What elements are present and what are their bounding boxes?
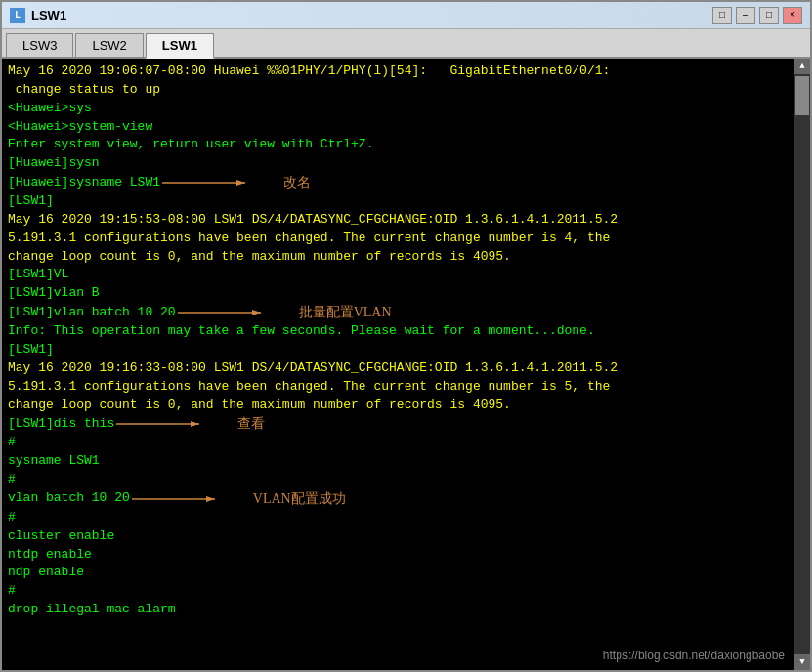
terminal-line: change status to up: [8, 81, 789, 100]
window-icon: L: [10, 8, 25, 23]
terminal-line: <Huawei>sys: [8, 100, 789, 118]
main-window: L LSW1 □ — □ × LSW3 LSW2 LSW1 May 16 202…: [0, 0, 812, 672]
terminal-line: May 16 2020 19:06:07-08:00 Huawei %%01PH…: [8, 63, 789, 81]
arrow-vlan-success: [132, 489, 249, 509]
watermark: https://blog.csdn.net/daxiongbaobe: [603, 649, 785, 662]
scroll-down-button[interactable]: ▼: [794, 654, 810, 670]
annotation-vlan-success: VLAN配置成功: [253, 490, 346, 508]
terminal-line: cluster enable: [8, 527, 789, 546]
annotation-vlan-batch: 批量配置VLAN: [299, 304, 392, 321]
terminal-line: [LSW1]VL: [8, 266, 789, 284]
scroll-thumb[interactable]: [795, 76, 809, 115]
minimize-button[interactable]: —: [736, 7, 755, 24]
arrow-dis-this: [116, 414, 234, 434]
terminal-line: change loop count is 0, and the maximum …: [8, 397, 789, 415]
terminal-line: [LSW1]: [8, 192, 789, 211]
terminal-line: #: [8, 471, 789, 489]
close-button[interactable]: ×: [783, 7, 802, 24]
terminal-line: ntdp enable: [8, 546, 789, 565]
tab-lsw1[interactable]: LSW1: [146, 33, 214, 59]
terminal-line-wrapper: [LSW1]dis this 查看: [8, 414, 789, 434]
terminal-line: vlan batch 10 20: [8, 489, 130, 508]
tab-lsw2[interactable]: LSW2: [75, 33, 143, 57]
terminal-line: #: [8, 434, 789, 452]
terminal-line: [Huawei]sysn: [8, 154, 789, 173]
tab-bar: LSW3 LSW2 LSW1: [2, 29, 810, 59]
annotation-rename: 改名: [283, 174, 311, 191]
terminal-line: sysname LSW1: [8, 452, 789, 471]
scrollbar: ▲ ▼: [794, 59, 810, 670]
terminal-line: 5.191.3.1 configurations have been chang…: [8, 378, 789, 397]
terminal-line: change loop count is 0, and the maximum …: [8, 248, 789, 267]
scroll-up-button[interactable]: ▲: [794, 59, 810, 74]
terminal-line: [LSW1]dis this: [8, 415, 114, 434]
window-title: LSW1: [31, 8, 712, 22]
terminal-line: ndp enable: [8, 564, 789, 582]
terminal-line: [LSW1]: [8, 341, 789, 359]
terminal-line: #: [8, 582, 789, 601]
arrow-rename: [162, 173, 279, 192]
terminal-line: 5.191.3.1 configurations have been chang…: [8, 230, 789, 248]
terminal-content[interactable]: May 16 2020 19:06:07-08:00 Huawei %%01PH…: [2, 59, 794, 670]
terminal-wrapper: May 16 2020 19:06:07-08:00 Huawei %%01PH…: [2, 59, 794, 670]
terminal-line: May 16 2020 19:16:33-08:00 LSW1 DS/4/DAT…: [8, 359, 789, 378]
terminal-line: #: [8, 509, 789, 527]
terminal-line-wrapper: [LSW1]vlan batch 10 20 批量配置VLAN: [8, 303, 789, 322]
terminal-line: Enter system view, return user view with…: [8, 136, 789, 154]
title-bar: L LSW1 □ — □ ×: [2, 2, 810, 29]
arrow-vlan-batch: [178, 303, 295, 322]
terminal-line-wrapper: vlan batch 10 20 VLAN配置成功: [8, 489, 789, 509]
tab-lsw3[interactable]: LSW3: [6, 33, 73, 57]
terminal-line: [LSW1]vlan B: [8, 284, 789, 303]
terminal-line: Info: This operation may take a few seco…: [8, 322, 789, 341]
window-controls: □ — □ ×: [712, 7, 802, 24]
terminal-line-wrapper: [Huawei]sysname LSW1 改名: [8, 173, 789, 192]
annotation-dis-this: 查看: [237, 415, 265, 433]
terminal-line: [Huawei]sysname LSW1: [8, 174, 160, 192]
terminal-line: [LSW1]vlan batch 10 20: [8, 304, 176, 322]
maximize-button[interactable]: □: [759, 7, 779, 24]
terminal-line: drop illegal-mac alarm: [8, 601, 789, 619]
restore-button[interactable]: □: [712, 7, 732, 24]
terminal-line: May 16 2020 19:15:53-08:00 LSW1 DS/4/DAT…: [8, 211, 789, 230]
terminal-area: May 16 2020 19:06:07-08:00 Huawei %%01PH…: [2, 59, 810, 670]
terminal-line: <Huawei>system-view: [8, 118, 789, 137]
